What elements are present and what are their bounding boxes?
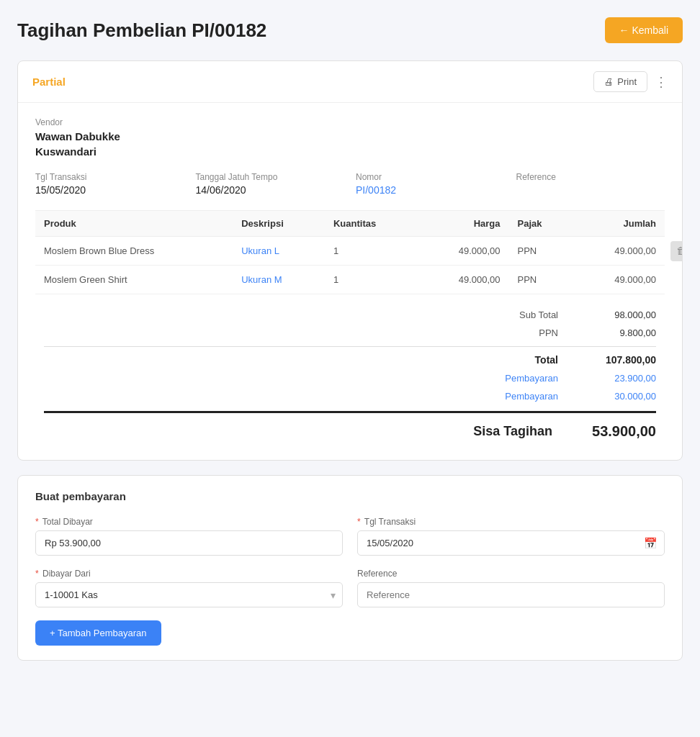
- required-star-3: *: [35, 569, 39, 579]
- dibayar-dari-group: * Dibayar Dari 1-10001 Kas ▾: [35, 569, 343, 607]
- reference-field: Reference: [516, 172, 665, 196]
- row1-deskripsi: Ukuran L: [233, 237, 325, 266]
- tgl-jatuh-tempo-field: Tanggal Jatuh Tempo 14/06/2020: [196, 172, 345, 196]
- reference-group: Reference: [357, 569, 665, 607]
- vendor-section: Vendor Wawan DabukkeKuswandari: [35, 117, 665, 159]
- tgl-transaksi-wrapper: 📅: [357, 530, 665, 556]
- printer-icon: 🖨: [604, 76, 614, 87]
- page-header: Tagihan Pembelian PI/00182 ← Kembali: [17, 17, 683, 43]
- print-button[interactable]: 🖨 Print: [593, 71, 647, 92]
- total-value: 107.800,00: [570, 354, 656, 366]
- payment1-value: 23.900,00: [570, 373, 656, 384]
- payment2-label: Pembayaran: [454, 391, 570, 402]
- total-row: Total 107.800,00: [44, 346, 656, 369]
- add-payment-button[interactable]: + Tambah Pembayaran: [35, 620, 161, 646]
- payment-form-body: Buat pembayaran * Total Dibayar * Tgl Tr…: [18, 476, 682, 660]
- vendor-label: Vendor: [35, 117, 665, 127]
- row1-harga: 49.000,00: [418, 237, 509, 266]
- subtotal-value: 98.000,00: [570, 309, 656, 320]
- total-dibayar-label: * Total Dibayar: [35, 517, 343, 527]
- nomor-field: Nomor PI/00182: [356, 172, 505, 196]
- row1-produk: Moslem Brown Blue Dress: [35, 237, 233, 266]
- col-produk: Produk: [35, 211, 233, 237]
- back-button[interactable]: ← Kembali: [605, 17, 683, 43]
- total-dibayar-input[interactable]: [35, 530, 343, 556]
- card-header: Partial 🖨 Print ⋮: [18, 61, 682, 103]
- payment-row-2: Pembayaran 30.000,00: [44, 387, 656, 405]
- invoice-body: Vendor Wawan DabukkeKuswandari Tgl Trans…: [18, 103, 682, 460]
- ppn-value: 9.800,00: [570, 327, 656, 338]
- sisa-row: Sisa Tagihan 53.900,00: [44, 411, 656, 446]
- payment-form-title: Buat pembayaran: [35, 490, 665, 502]
- form-row-1: * Total Dibayar * Tgl Transaksi 📅: [35, 517, 665, 556]
- row1-jumlah: 49.000,00 🗑: [573, 237, 665, 266]
- payment-form-card: Buat pembayaran * Total Dibayar * Tgl Tr…: [17, 475, 683, 661]
- reference-input[interactable]: [357, 582, 665, 607]
- info-row: Tgl Transaksi 15/05/2020 Tanggal Jatuh T…: [35, 172, 665, 196]
- required-star-2: *: [357, 517, 361, 527]
- invoice-card: Partial 🖨 Print ⋮ Vendor Wawan DabukkeKu…: [17, 60, 683, 461]
- dibayar-dari-wrapper: 1-10001 Kas ▾: [35, 582, 343, 607]
- table-row: Moslem Green Shirt Ukuran M 1 49.000,00 …: [35, 266, 665, 294]
- page-title: Tagihan Pembelian PI/00182: [17, 19, 266, 42]
- tgl-transaksi-input[interactable]: [357, 530, 665, 556]
- col-deskripsi: Deskripsi: [233, 211, 325, 237]
- more-options-icon[interactable]: ⋮: [655, 74, 668, 90]
- row2-pajak: PPN: [509, 266, 574, 294]
- col-harga: Harga: [418, 211, 509, 237]
- tgl-jatuh-tempo-value: 14/06/2020: [196, 184, 345, 196]
- total-label: Total: [454, 354, 570, 366]
- ppn-label: PPN: [454, 327, 570, 338]
- row2-kuantitas: 1: [325, 266, 418, 294]
- vendor-name: Wawan DabukkeKuswandari: [35, 129, 665, 159]
- subtotal-row: Sub Total 98.000,00: [44, 306, 656, 324]
- dibayar-dari-select[interactable]: 1-10001 Kas: [35, 582, 343, 607]
- payment2-value: 30.000,00: [570, 391, 656, 402]
- tgl-transaksi-value: 15/05/2020: [35, 184, 184, 196]
- dibayar-dari-label: * Dibayar Dari: [35, 569, 343, 579]
- row2-produk: Moslem Green Shirt: [35, 266, 233, 294]
- form-row-2: * Dibayar Dari 1-10001 Kas ▾ Reference: [35, 569, 665, 607]
- col-jumlah: Jumlah: [573, 211, 665, 237]
- total-dibayar-group: * Total Dibayar: [35, 517, 343, 556]
- ppn-row: PPN 9.800,00: [44, 324, 656, 342]
- reference-label: Reference: [357, 569, 665, 579]
- row1-delete-button[interactable]: 🗑: [670, 241, 683, 261]
- row1-pajak: PPN: [509, 237, 574, 266]
- status-badge: Partial: [32, 76, 66, 88]
- sisa-value: 53.900,00: [570, 423, 656, 440]
- card-actions: 🖨 Print ⋮: [593, 71, 668, 92]
- subtotal-label: Sub Total: [454, 309, 570, 320]
- col-pajak: Pajak: [509, 211, 574, 237]
- sisa-label: Sisa Tagihan: [473, 424, 570, 439]
- row2-jumlah: 49.000,00: [573, 266, 665, 294]
- table-row: Moslem Brown Blue Dress Ukuran L 1 49.00…: [35, 237, 665, 266]
- row2-deskripsi: Ukuran M: [233, 266, 325, 294]
- required-star: *: [35, 517, 39, 527]
- col-kuantitas: Kuantitas: [325, 211, 418, 237]
- tgl-transaksi-group: * Tgl Transaksi 📅: [357, 517, 665, 556]
- tgl-transaksi-field: Tgl Transaksi 15/05/2020: [35, 172, 184, 196]
- tgl-transaksi-label: * Tgl Transaksi: [357, 517, 665, 527]
- row2-harga: 49.000,00: [418, 266, 509, 294]
- nomor-value: PI/00182: [356, 184, 505, 196]
- row1-kuantitas: 1: [325, 237, 418, 266]
- payment-row-1: Pembayaran 23.900,00: [44, 369, 656, 387]
- calendar-icon: 📅: [644, 537, 658, 550]
- totals-section: Sub Total 98.000,00 PPN 9.800,00 Total 1…: [35, 306, 665, 446]
- payment1-label: Pembayaran: [454, 373, 570, 384]
- invoice-table: Produk Deskripsi Kuantitas Harga Pajak J…: [35, 210, 665, 294]
